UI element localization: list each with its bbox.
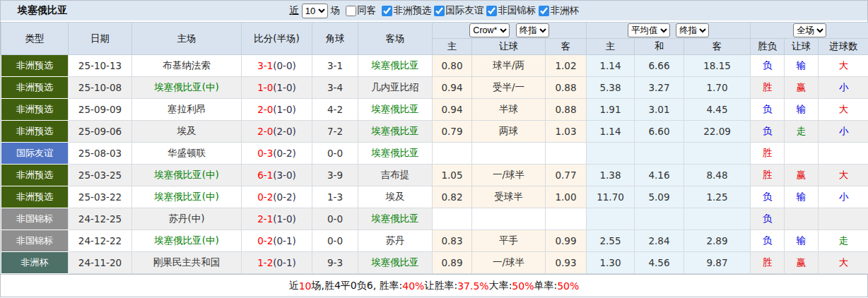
odds-home-cell [433,208,472,230]
handicap-result-cell: 赢 [785,252,819,274]
period-header: 全场 [751,23,868,39]
away-team: 吉布提 [358,165,433,186]
score-cell: 2-0(1-0) [242,99,312,121]
goals-result-cell [819,208,868,230]
handicap-line-cell: 一/球半 [472,165,546,186]
filter-checkbox[interactable] [434,6,445,16]
handicap-result-cell: 走 [785,121,819,143]
goals-result-cell: 大 [819,55,868,77]
odds-home-cell [433,143,472,165]
type-badge: 非洲预选 [1,55,69,77]
filter-国际友谊[interactable]: 国际友谊 [431,4,483,17]
col-avg-home: 主 [587,39,635,55]
corner-cell: 3-9 [312,165,358,186]
odds-home-cell: 0.82 [433,186,472,208]
handicap-line-cell: 半球 [472,99,546,121]
score-cell: 0-2(0-1) [242,230,312,252]
filter-label: 国际友谊 [445,4,483,17]
table-row: 非洲预选25-10-08埃塞俄比亚(中)1-0(1-0)3-4几内亚比绍0.94… [1,77,868,99]
summary-segment: 50% [557,280,579,292]
avg-draw-cell: 6.60 [635,121,684,143]
odds-away-cell [546,208,587,230]
away-team: 埃塞俄比亚 [358,55,433,77]
col-avg-draw: 和 [635,39,684,55]
col-goals: 进球数 [819,39,868,55]
col-avg-away: 客 [684,39,751,55]
avg-home-cell: 1.14 [587,121,635,143]
score-cell: 2-1(1-0) [242,208,312,230]
bookmaker-stage-select[interactable]: 终指 [516,23,549,37]
match-count-select[interactable]: 10 [302,4,328,18]
table-row: 非洲预选25-03-25埃塞俄比亚(中)6-1(3-0)3-9吉布提1.05一/… [1,165,868,186]
score-cell: 3-1(0-0) [242,55,312,77]
goals-result-cell: 小 [819,121,868,143]
summary-bar: 近10场,胜4平0负6, 胜率:40% 让胜率:37.5% 大率:50% 单率:… [1,274,867,297]
odds-home-cell: 0.80 [433,55,472,77]
filter-非国锦标[interactable]: 非国锦标 [483,4,536,17]
filter-label: 非洲预选 [393,4,431,17]
avg-away-cell: 1.25 [684,186,751,208]
date-cell: 24-11-20 [69,252,132,274]
average-stage-select[interactable]: 终指 [676,23,709,37]
period-select[interactable]: 全场 [793,23,826,37]
table-row: 非洲预选25-03-22埃塞俄比亚(中)0-2(0-2)1-3埃及0.82受球半… [1,186,868,208]
avg-home-cell: 2.55 [587,230,635,252]
home-team: 埃塞俄比亚(中) [132,165,242,186]
avg-home-cell: 5.38 [587,77,635,99]
corner-cell: 1-3 [312,186,358,208]
handicap-line-cell: 球半/两 [472,55,546,77]
average-header: 平均值 终指 [587,23,751,39]
table-row: 非国锦标24-12-22埃塞俄比亚(中)0-2(0-1)0-0苏丹0.83平手0… [1,230,868,252]
avg-away-cell: 22.09 [684,121,751,143]
corner-cell: 0-0 [312,230,358,252]
result-cell: 负 [751,99,785,121]
home-team: 苏丹(中) [132,208,242,230]
result-cell: 负 [751,208,785,230]
avg-home-cell: 1.14 [587,55,635,77]
corner-cell: 3-1 [312,55,358,77]
away-team: 苏丹 [358,230,433,252]
date-cell: 25-08-03 [69,143,132,165]
filter-checkbox[interactable] [539,6,549,16]
odds-away-cell [546,143,587,165]
filter-checkbox[interactable] [486,6,497,16]
col-odds-handicap: 让球 [472,39,546,55]
result-cell: 胜 [751,165,785,186]
recent-link[interactable]: 近 [289,4,299,17]
away-team: 埃塞俄比亚 [358,99,433,121]
same-venue-checkbox[interactable] [346,6,356,16]
score-cell: 1-0(1-0) [242,77,312,99]
handicap-result-cell: 输 [785,55,819,77]
filter-checkbox[interactable] [382,6,392,16]
table-row: 非洲预选25-10-13布基纳法索3-1(0-0)3-1埃塞俄比亚0.80球半/… [1,55,868,77]
col-corner: 角球 [312,23,358,55]
bookmaker-select[interactable]: Crow* [469,23,510,37]
odds-away-cell: 0.88 [546,77,587,99]
type-badge: 非洲预选 [1,77,69,99]
handicap-result-cell: 输 [785,99,819,121]
handicap-line-cell: 平手 [472,230,546,252]
filter-非洲预选[interactable]: 非洲预选 [379,4,431,17]
goals-result-cell: 小 [819,77,868,99]
corner-cell: 7-2 [312,121,358,143]
type-badge: 非洲预选 [1,121,69,143]
filter-非洲杯[interactable]: 非洲杯 [536,4,579,17]
goals-result-cell: 大 [819,99,868,121]
match-table: 类型 日期 主场 比分(半场) 角球 客场 Crow* 终指 平均值 终指 全场 [1,22,868,274]
odds-away-cell: 1.00 [546,186,587,208]
home-team: 华盛顿联 [132,143,242,165]
result-cell: 负 [751,186,785,208]
summary-segment: 单率: [534,280,557,292]
avg-home-cell: 1.91 [587,99,635,121]
handicap-result-cell: 输 [785,230,819,252]
goals-result-cell: 大 [819,165,868,186]
result-cell: 负 [751,230,785,252]
score-cell: 0-2(0-2) [242,186,312,208]
same-venue-filter[interactable]: 同客 [343,4,376,17]
table-row: 国际友谊25-08-03华盛顿联0-3(0-2)0-0埃塞俄比亚胜 [1,143,868,165]
col-away: 客场 [358,23,433,55]
avg-away-cell: 18.15 [684,55,751,77]
type-badge: 非洲预选 [1,186,69,208]
average-select[interactable]: 平均值 [628,23,670,37]
col-score: 比分(半场) [242,23,312,55]
